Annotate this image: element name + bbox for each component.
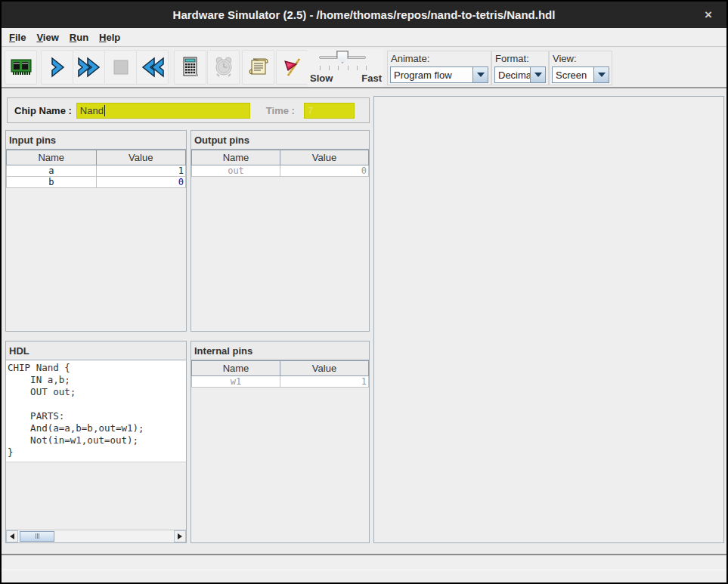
- internal-pins-header-name: Name: [192, 361, 280, 376]
- run-button[interactable]: [73, 50, 105, 85]
- speed-slider-thumb[interactable]: [336, 51, 349, 63]
- title-bar: Hardware Simulator (2.5) - /home/thomas/…: [2, 2, 726, 28]
- hdl-panel: HDL CHIP Nand { IN a,b; OUT out; PARTS: …: [5, 341, 187, 543]
- toolbar: Slow Fast Animate: Program flow Format: …: [2, 48, 726, 88]
- pin-value: 0: [280, 165, 369, 177]
- pin-value[interactable]: 1: [96, 165, 186, 177]
- pin-name: b: [7, 177, 97, 188]
- single-step-button[interactable]: [41, 50, 73, 85]
- view-group: View: Screen: [549, 51, 612, 85]
- input-pins-table: Name Value a 1 b 0: [6, 150, 186, 188]
- time-field: 7: [304, 103, 355, 119]
- stop-square-icon: [111, 57, 131, 77]
- alarm-clock-icon: [212, 56, 235, 79]
- animate-group: Animate: Program flow: [387, 51, 491, 85]
- scroll-icon: [247, 57, 270, 78]
- pin-name: a: [7, 165, 97, 177]
- format-dropdown-arrow-icon[interactable]: [530, 66, 546, 83]
- pin-value[interactable]: 0: [96, 177, 186, 188]
- reset-button[interactable]: [136, 50, 169, 85]
- text-caret: [104, 105, 105, 116]
- speed-slider-ticks: [320, 66, 367, 70]
- menu-bar: File View Run Help: [2, 28, 726, 47]
- speed-slider-group: Slow Fast: [308, 49, 383, 87]
- scroll-right-arrow-icon[interactable]: [174, 530, 186, 542]
- animate-dropdown-arrow-icon[interactable]: [472, 66, 488, 83]
- pin-name: out: [192, 165, 280, 177]
- format-value[interactable]: Decimal: [494, 66, 530, 83]
- slider-slow-label: Slow: [310, 73, 333, 84]
- view-script-button[interactable]: [242, 50, 274, 85]
- hdl-code-line: CHIP Nand {: [8, 362, 186, 374]
- hdl-code-view: CHIP Nand { IN a,b; OUT out; PARTS: And(…: [6, 360, 186, 462]
- hdl-code-line: And(a=a,b=b,out=w1);: [8, 422, 186, 434]
- table-row: a 1: [7, 165, 186, 177]
- hdl-code-line: }: [8, 446, 186, 459]
- table-row: out 0: [192, 165, 369, 177]
- eval-button[interactable]: [174, 50, 206, 85]
- chip-display-panel: [373, 96, 724, 543]
- output-pins-panel: Output pins Name Value out 0: [191, 130, 370, 332]
- scrollbar-track[interactable]: [18, 530, 174, 543]
- time-label: Time :: [266, 105, 295, 116]
- pin-name: w1: [192, 376, 280, 388]
- hdl-code-line: [8, 398, 186, 410]
- breakpoints-button[interactable]: [276, 50, 308, 85]
- chip-name-input[interactable]: Nand: [76, 103, 250, 119]
- input-pins-panel: Input pins Name Value a 1 b 0: [5, 130, 187, 332]
- hdl-code-line: PARTS:: [8, 410, 186, 422]
- table-row: w1 1: [192, 376, 369, 388]
- internal-pins-title: Internal pins: [191, 341, 369, 360]
- hdl-code-line: Not(in=w1,out=out);: [8, 434, 186, 446]
- format-group: Format: Decimal: [491, 51, 549, 85]
- chip-name-bar: Chip Name : Nand Time : 7: [7, 97, 370, 123]
- hdl-horizontal-scrollbar: [6, 530, 186, 542]
- status-bar: [2, 555, 726, 570]
- internal-pins-panel: Internal pins Name Value w1 1: [191, 341, 370, 543]
- view-combobox[interactable]: Screen: [552, 66, 609, 83]
- double-chevron-left-icon: [139, 56, 166, 79]
- message-bar: [2, 571, 726, 584]
- flag-icon: [281, 57, 304, 78]
- menu-file[interactable]: File: [8, 29, 32, 45]
- double-chevron-right-icon: [76, 56, 103, 79]
- menu-help[interactable]: Help: [98, 29, 126, 45]
- output-pins-header-name: Name: [192, 150, 280, 165]
- close-icon[interactable]: ×: [699, 6, 717, 24]
- animate-label: Animate:: [391, 53, 488, 64]
- slider-fast-label: Fast: [361, 73, 382, 84]
- load-chip-button[interactable]: [5, 50, 37, 85]
- output-pins-header-value: Value: [280, 150, 369, 165]
- input-pins-title: Input pins: [6, 131, 186, 150]
- hdl-code-line: OUT out;: [8, 386, 186, 398]
- chip-name-label: Chip Name :: [14, 105, 72, 116]
- menu-run[interactable]: Run: [68, 29, 94, 45]
- scroll-left-arrow-icon[interactable]: [6, 530, 18, 542]
- clock-button[interactable]: [207, 50, 240, 85]
- animate-value[interactable]: Program flow: [390, 66, 472, 83]
- menu-view[interactable]: View: [35, 29, 64, 45]
- view-label: View:: [553, 53, 609, 64]
- hardware-simulator-window: Hardware Simulator (2.5) - /home/thomas/…: [0, 0, 728, 584]
- single-chevron-right-icon: [48, 56, 67, 79]
- format-combobox[interactable]: Decimal: [494, 66, 546, 83]
- input-pins-header-name: Name: [7, 150, 97, 165]
- scrollbar-thumb[interactable]: [20, 531, 54, 542]
- animate-combobox[interactable]: Program flow: [390, 66, 488, 83]
- hdl-code-line: IN a,b;: [8, 374, 186, 386]
- calculator-icon: [180, 56, 201, 79]
- output-pins-table: Name Value out 0: [191, 150, 369, 177]
- window-title: Hardware Simulator (2.5) - /home/thomas/…: [173, 8, 556, 21]
- internal-pins-header-value: Value: [280, 361, 369, 376]
- input-pins-header-value: Value: [96, 150, 186, 165]
- stop-button[interactable]: [104, 50, 137, 85]
- pin-value: 1: [280, 376, 369, 388]
- memory-chip-icon: [9, 57, 33, 78]
- format-label: Format:: [495, 53, 546, 64]
- table-row: b 0: [7, 177, 186, 188]
- view-dropdown-arrow-icon[interactable]: [593, 66, 609, 83]
- output-pins-title: Output pins: [191, 131, 369, 150]
- view-value[interactable]: Screen: [552, 66, 593, 83]
- main-content: Chip Name : Nand Time : 7 Input pins Nam…: [2, 89, 726, 554]
- internal-pins-table: Name Value w1 1: [191, 360, 369, 388]
